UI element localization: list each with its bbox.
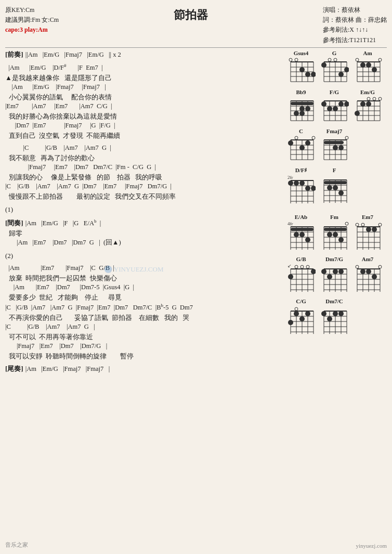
svg-point-13	[305, 72, 310, 77]
svg-point-253	[299, 316, 305, 321]
chord-line-6: |Fmaj7 |Em7 |Dm7 Dm7/C |Fm - C/G G |	[5, 163, 281, 172]
diagram-fmaj7: Fmaj7	[319, 128, 350, 164]
svg-point-56	[299, 106, 305, 111]
lyric-line-8: 歸零	[5, 228, 281, 239]
main-content: [前奏] ||Am |Em/G |Fmaj7 |Em/G || x 2 |Am …	[5, 50, 387, 374]
diagram-am7: Am7	[352, 256, 383, 295]
svg-point-116	[345, 136, 348, 139]
diagram-gb: G/B ↙	[285, 256, 317, 295]
svg-point-102	[312, 136, 315, 139]
fingering-pattern: 參考指法:T121T121	[323, 35, 387, 45]
diagram-c: C	[285, 128, 317, 164]
svg-point-12	[299, 67, 305, 72]
song-title: 節拍器	[59, 5, 323, 23]
strum-pattern: 參考刷法:X ↑↓↑↓	[323, 25, 387, 35]
svg-text:2fr: 2fr	[288, 175, 293, 180]
lyricist: 詞：蔡依林 曲：薛忠銘	[323, 15, 387, 25]
svg-point-235	[356, 265, 359, 268]
svg-rect-175	[324, 228, 347, 231]
diagram-row-2: Bb9	[285, 89, 387, 125]
diagram-row-1: Gsus4	[285, 50, 387, 86]
svg-point-164	[305, 237, 310, 242]
diagram-row-7: C/G	[285, 298, 387, 337]
singer: 演唱：蔡依林	[323, 5, 387, 15]
chord-line-13: |C |G/B |Am7 |Am7 G |	[5, 323, 281, 332]
svg-point-40	[356, 58, 359, 61]
svg-point-210	[311, 269, 316, 274]
svg-point-104	[299, 145, 305, 150]
svg-point-44	[372, 67, 377, 72]
intro-line: [前奏] ||Am |Em/G |Fmaj7 |Em/G || x 2	[5, 50, 281, 60]
svg-point-252	[294, 311, 299, 316]
svg-rect-55	[291, 102, 313, 105]
diagram-gsus4: Gsus4	[285, 50, 317, 86]
lyric-line-12: 不再演你愛的自己 妥協了語氣 節拍器 在細數 我的 哭	[5, 313, 281, 323]
diagram-row-5: E/Ab 4fr	[285, 214, 387, 253]
header-divider	[5, 47, 387, 48]
svg-point-208	[300, 265, 304, 268]
diagram-dfsharp: D/F♯ 2fr	[285, 167, 317, 207]
svg-point-162	[294, 232, 299, 237]
svg-point-206	[288, 274, 293, 279]
svg-point-222	[333, 269, 338, 274]
svg-point-224	[327, 274, 332, 279]
lyric-line-13: 可不可以 不用再等著你靠近	[5, 332, 281, 342]
svg-point-177	[333, 232, 338, 237]
chord-line-14: |Fmaj7 |Em7 |Dm7 |Dm7/G |	[5, 342, 281, 351]
svg-point-41	[378, 58, 382, 61]
svg-point-194	[372, 227, 377, 232]
lyric-line-5: 我不願意 再為了討你的歡心	[5, 153, 281, 163]
svg-point-192	[378, 223, 382, 226]
svg-point-72	[333, 106, 338, 111]
lyric-line-3: 我的好勝心為你捨棄以為這就是愛情	[5, 111, 281, 122]
chord-line-7: |C |G/B |Am7 |Am7 G |Dm7 |Em7 |Fmaj7 Dm7…	[5, 182, 281, 191]
diagram-row-4: D/F♯ 2fr	[285, 167, 387, 207]
diagram-dm7g: Dm7/G	[319, 256, 350, 295]
chord-line-5: |C |G/B |Am7 |Am7 G |	[5, 144, 281, 153]
svg-point-88	[355, 111, 360, 116]
capo-info: capo:3 play:Am	[5, 25, 59, 35]
chord-line-10: |Am |Em7 |Fmaj7 |C G/B |	[5, 264, 281, 273]
chord-line-11: |Am |Em7 |Dm7 |Dm7-5 |Gsus4 |G |	[5, 283, 281, 292]
svg-point-251	[288, 320, 293, 325]
chord-line-2: |Am |Em/G |Fmaj7 |Fmaj7 |	[5, 83, 281, 92]
intro-label: [前奏]	[5, 50, 23, 59]
interlude-chords: |Am |Em/G |F |G E/Ab |	[25, 218, 101, 228]
diagram-am: Am	[352, 50, 383, 86]
bottom-right-url: yinyuezj.com	[356, 543, 387, 549]
svg-point-10	[289, 58, 292, 61]
svg-point-147	[327, 185, 332, 190]
svg-point-133	[299, 181, 305, 186]
intro-chords: ||Am |Em/G |Fmaj7 |Em/G || x 2	[25, 50, 121, 60]
svg-point-191	[361, 223, 364, 226]
svg-point-11	[295, 58, 298, 61]
svg-point-135	[311, 186, 316, 191]
svg-point-26	[334, 58, 337, 61]
svg-point-254	[305, 311, 310, 316]
svg-point-89	[360, 101, 365, 107]
diagram-em7: Em7	[352, 214, 383, 253]
svg-point-265	[321, 311, 326, 316]
lyric-line-6: 別讓我的心 像是上緊發條 的節 拍器 我的呼吸	[5, 172, 281, 183]
svg-text:4fr: 4fr	[288, 221, 293, 226]
svg-point-134	[305, 186, 310, 191]
svg-point-237	[360, 269, 365, 274]
svg-point-266	[327, 316, 332, 321]
svg-point-223	[338, 269, 344, 274]
svg-point-179	[345, 222, 348, 225]
interlude-label: [間奏]	[5, 218, 23, 228]
svg-point-238	[366, 269, 371, 274]
marker-1: (1)	[5, 204, 281, 215]
svg-point-250	[295, 307, 298, 311]
svg-point-236	[378, 265, 382, 268]
chord-line-1: |Am |Em/G |D/F# |F Em7 |	[5, 62, 281, 73]
lyric-line-11: 愛要多少 世紀 才能夠 停止 尋覓	[5, 292, 281, 303]
svg-point-43	[366, 62, 371, 68]
svg-point-207	[295, 265, 298, 268]
svg-point-70	[321, 101, 326, 107]
diagram-eab: E/Ab 4fr	[285, 214, 317, 253]
lyric-line-1: ▲是我越來越像你 還是隱形了自己	[5, 73, 281, 83]
svg-point-86	[373, 97, 376, 100]
diagram-row-3: C	[285, 128, 387, 164]
outro-label: [尾奏]	[5, 364, 23, 373]
